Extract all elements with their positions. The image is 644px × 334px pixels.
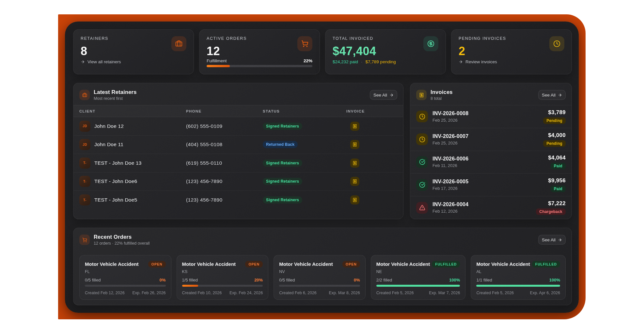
stat-link[interactable]: View all retainers (81, 59, 121, 64)
order-progressbar (476, 285, 560, 287)
status-badge: Signed Retainers (263, 123, 302, 130)
order-card[interactable]: Motor Vehicle Accident OPEN FL 0/5 fille… (79, 255, 171, 300)
order-expires: Exp. Apr 6, 2026 (530, 290, 560, 296)
clock-icon (416, 111, 428, 122)
order-card[interactable]: Motor Vehicle Accident OPEN KS 1/5 fille… (177, 255, 269, 300)
client-cell: T- TEST - John Doe 13 (73, 158, 186, 169)
invoice-cell (346, 140, 403, 149)
avatar: T- (79, 194, 90, 205)
invoice-doc-icon[interactable] (350, 140, 359, 149)
invoice-row[interactable]: INV-2026-0008 Feb 25, 2026 $3,789 Pendin… (410, 105, 572, 128)
recent-orders-section: Recent Orders 12 orders · 22% fulfilled … (73, 228, 572, 305)
client-name: TEST - John Doe 13 (94, 160, 142, 166)
retainers-see-all-button[interactable]: See All (370, 90, 397, 100)
cart-icon (297, 36, 312, 51)
cart-icon (301, 40, 308, 47)
invoice-id: INV-2026-0007 (432, 133, 539, 139)
order-expires: Exp. Mar 7, 2026 (429, 290, 460, 296)
separator-dot: · (361, 59, 363, 64)
order-card[interactable]: Motor Vehicle Accident FULFILLED AL 1/1 … (471, 255, 566, 300)
invoice-right: $9,956 Paid (548, 177, 566, 192)
invoice-row[interactable]: INV-2026-0004 Feb 12, 2026 $7,222 Charge… (410, 196, 572, 219)
order-card-top: Motor Vehicle Accident OPEN (279, 261, 360, 267)
order-card-top: Motor Vehicle Accident FULFILLED (476, 261, 560, 267)
invoice-doc-icon[interactable] (350, 195, 359, 205)
receipt-icon (353, 161, 357, 165)
invoice-status-badge: Pending (543, 140, 566, 147)
retainers-table-body: JD John Doe 12 (602) 555-0109 Signed Ret… (73, 117, 403, 209)
status-cell: Signed Retainers (263, 178, 346, 185)
order-created: Created Feb 12, 2026 (85, 290, 125, 296)
retainers-subtitle: Most recent first (94, 96, 366, 101)
invoice-row[interactable]: INV-2026-0006 Feb 11, 2026 $4,064 Paid (410, 151, 572, 174)
client-phone: (619) 555-0110 (186, 160, 263, 166)
stat-link[interactable]: Review invoices (459, 59, 497, 64)
invoice-status-badge: Paid (551, 163, 566, 169)
check-circle-icon (416, 156, 428, 168)
order-status-badge: FULFILLED (432, 261, 460, 267)
order-fill-row: 0/5 filled 0% (85, 278, 166, 283)
receipt-icon (416, 90, 427, 100)
retainer-row[interactable]: T- TEST - John Doe6 (123) 456-7890 Signe… (73, 173, 403, 191)
clock-icon (553, 40, 560, 47)
invoice-right: $4,064 Paid (548, 155, 566, 169)
client-phone: (123) 456-7890 (186, 178, 263, 184)
briefcase-icon (79, 90, 90, 100)
order-status-badge: OPEN (342, 261, 360, 267)
col-client: CLIENT (73, 109, 186, 113)
invoice-cell (346, 195, 403, 205)
see-all-label: See All (373, 93, 387, 98)
clock-icon (549, 36, 564, 51)
invoice-row[interactable]: INV-2026-0005 Feb 17, 2026 $9,956 Paid (410, 173, 572, 196)
invoice-id: INV-2026-0005 (432, 179, 543, 185)
order-title: Motor Vehicle Accident (182, 261, 236, 267)
status-cell: Signed Retainers (263, 123, 346, 130)
col-status: STATUS (263, 109, 346, 113)
retainer-row[interactable]: T- TEST - John Doe5 (123) 456-7890 Signe… (73, 191, 403, 209)
order-dates: Created Feb 6, 2026 Exp. Mar 8, 2026 (279, 290, 360, 296)
order-fill-row: 1/5 filled 20% (182, 278, 263, 283)
invoice-amount: $9,956 (548, 177, 566, 184)
invoice-row[interactable]: INV-2026-0007 Feb 25, 2026 $4,000 Pendin… (410, 128, 572, 151)
order-card-top: Motor Vehicle Accident OPEN (182, 261, 263, 267)
invoice-doc-icon[interactable] (350, 177, 359, 186)
col-invoice: INVOICE (346, 109, 403, 113)
fulfillment-progressbar (207, 65, 312, 67)
invoice-id: INV-2026-0006 (432, 156, 543, 162)
check-circle-icon (416, 179, 428, 191)
order-created: Created Feb 5, 2026 (376, 290, 414, 296)
invoice-status-badge: Pending (543, 117, 566, 124)
order-title: Motor Vehicle Accident (376, 261, 430, 267)
order-fill-row: 0/5 filled 0% (279, 278, 360, 283)
stat-value: 8 (81, 44, 186, 58)
order-card[interactable]: Motor Vehicle Accident OPEN NV 0/5 fille… (274, 255, 366, 300)
invoice-date: Feb 12, 2026 (432, 209, 531, 214)
order-state: NE (376, 269, 460, 274)
orders-see-all-button[interactable]: See All (538, 235, 566, 245)
retainer-row[interactable]: JD John Doe 11 (404) 555-0108 Returned B… (73, 136, 403, 154)
order-card[interactable]: Motor Vehicle Accident FULFILLED NE 2/2 … (371, 255, 466, 300)
status-cell: Signed Retainers (263, 196, 346, 204)
order-progressbar (279, 285, 360, 287)
avatar: T- (79, 158, 90, 169)
invoice-doc-icon[interactable] (350, 159, 359, 168)
see-all-label: See All (542, 93, 556, 98)
order-percent: 100% (449, 278, 460, 283)
invoices-section: Invoices 8 total See All INV-2026-0008 F… (410, 83, 572, 219)
order-state: FL (85, 269, 166, 274)
client-cell: T- TEST - John Doe6 (73, 176, 186, 187)
invoice-doc-icon[interactable] (350, 122, 359, 131)
receipt-icon (353, 142, 357, 147)
receipt-icon (353, 179, 357, 184)
invoices-title: Invoices (431, 89, 534, 95)
invoice-main: INV-2026-0005 Feb 17, 2026 (432, 179, 543, 191)
retainer-row[interactable]: JD John Doe 12 (602) 555-0109 Signed Ret… (73, 117, 403, 136)
invoice-id: INV-2026-0008 (432, 111, 539, 116)
avatar: JD (79, 139, 90, 150)
briefcase-icon (175, 40, 182, 47)
invoices-see-all-button[interactable]: See All (538, 90, 566, 100)
retainer-row[interactable]: T- TEST - John Doe 13 (619) 555-0110 Sig… (73, 154, 403, 173)
mid-row: Latest Retainers Most recent first See A… (73, 83, 572, 219)
invoice-date: Feb 25, 2026 (432, 141, 539, 145)
order-fill-row: 2/2 filled 100% (376, 278, 460, 283)
